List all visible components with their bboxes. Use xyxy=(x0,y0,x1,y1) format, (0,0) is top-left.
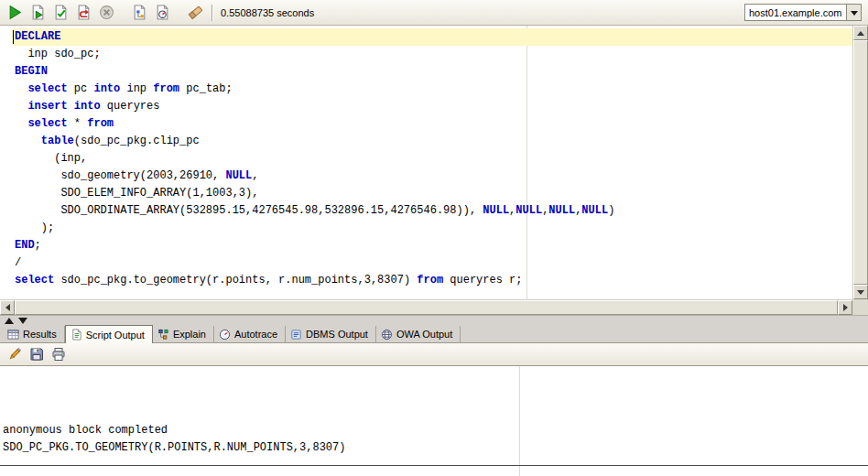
explain-plan-button[interactable] xyxy=(129,3,149,23)
code-line: select pc into inp from pc_tab; xyxy=(0,81,852,98)
sql-worksheet: DECLARE inp sdo_pc;BEGIN select pc into … xyxy=(0,26,868,315)
code-line: inp sdo_pc; xyxy=(0,46,852,63)
script-output-panel: anonymous block completedSDO_PC_PKG.TO_G… xyxy=(0,366,868,476)
scrollbar-corner xyxy=(852,299,868,315)
column-underline xyxy=(0,457,868,474)
run-icon xyxy=(7,5,23,20)
collapse-down-icon[interactable] xyxy=(18,318,27,324)
code-line-current: DECLARE xyxy=(12,28,852,46)
eraser-icon xyxy=(188,5,203,20)
save-output-button[interactable] xyxy=(27,345,46,364)
code-line: SDO_ELEM_INFO_ARRAY(1,1003,3), xyxy=(0,185,852,202)
autotrace-button[interactable] xyxy=(152,3,172,23)
code-line: SDO_ORDINATE_ARRAY(532895.15,4276545.98,… xyxy=(0,202,852,220)
tab-explain[interactable]: Explain xyxy=(153,326,214,342)
scroll-right-button[interactable] xyxy=(838,300,852,315)
print-output-button[interactable] xyxy=(49,345,68,364)
scroll-up-button[interactable] xyxy=(853,26,868,40)
run-script-button[interactable] xyxy=(27,3,48,23)
triangle-up-icon xyxy=(857,27,864,36)
tab-autotrace[interactable]: Autotrace xyxy=(214,326,286,342)
code-line: insert into queryres xyxy=(0,98,852,115)
connection-select[interactable]: host01.example.com xyxy=(744,4,862,21)
tab-dbms-output[interactable]: DBMS Output xyxy=(286,326,376,342)
output-line: anonymous block completed xyxy=(0,422,868,439)
execution-timer: 0.55088735 seconds xyxy=(221,7,314,18)
run-script-icon xyxy=(30,5,46,20)
code-line: select sdo_pc_pkg.to_geometry(r.points, … xyxy=(0,272,852,289)
output-lines: anonymous block completedSDO_PC_PKG.TO_G… xyxy=(0,422,868,476)
code-lines: DECLARE inp sdo_pc;BEGIN select pc into … xyxy=(0,26,852,289)
code-editor[interactable]: DECLARE inp sdo_pc;BEGIN select pc into … xyxy=(0,26,852,299)
save-icon xyxy=(29,347,44,362)
pencil-icon xyxy=(7,347,22,362)
output-toolbar-buttons xyxy=(5,345,68,364)
pane-splitter[interactable] xyxy=(0,315,868,325)
code-line: ); xyxy=(0,220,852,237)
cancel-button[interactable] xyxy=(96,3,116,23)
text-caret xyxy=(13,30,14,44)
script-output-icon xyxy=(71,329,82,341)
output-tabs: ResultsScript OutputExplainAutotraceDBMS… xyxy=(0,325,868,343)
commit-button[interactable] xyxy=(50,3,71,23)
collapse-up-icon[interactable] xyxy=(5,318,14,324)
toolbar-separator xyxy=(212,5,212,21)
output-toolbar xyxy=(0,343,868,366)
clear-button[interactable] xyxy=(185,3,205,23)
autotrace-tab-icon xyxy=(219,329,231,341)
run-statement-button[interactable] xyxy=(5,3,25,23)
tab-label: DBMS Output xyxy=(306,329,368,340)
autotrace-icon xyxy=(155,5,170,20)
owa-output-icon xyxy=(381,329,393,341)
tab-label: Results xyxy=(23,329,57,340)
triangle-left-icon xyxy=(2,304,10,311)
code-line: END; xyxy=(0,237,852,254)
horizontal-scrollbar-thumb[interactable] xyxy=(15,300,838,315)
code-line: BEGIN xyxy=(0,63,852,81)
scroll-left-button[interactable] xyxy=(0,300,15,315)
tab-label: Script Output xyxy=(86,330,145,341)
explain-icon xyxy=(157,329,169,341)
vertical-scrollbar-thumb[interactable] xyxy=(853,40,868,285)
tab-results[interactable]: Results xyxy=(3,326,65,342)
rollback-icon xyxy=(76,5,92,20)
chevron-down-icon[interactable] xyxy=(846,5,861,20)
explain-plan-icon xyxy=(132,5,147,20)
code-line: table(sdo_pc_pkg.clip_pc xyxy=(0,133,852,150)
tab-label: Explain xyxy=(173,329,206,340)
tab-label: Autotrace xyxy=(234,329,277,340)
scroll-down-button[interactable] xyxy=(853,285,868,299)
code-line: (inp, xyxy=(0,150,852,168)
clear-output-button[interactable] xyxy=(5,345,24,364)
cancel-icon xyxy=(99,5,114,20)
tab-owa-output[interactable]: OWA Output xyxy=(376,326,461,342)
code-line: sdo_geometry(2003,26910, NULL, xyxy=(0,168,852,185)
tab-label: OWA Output xyxy=(396,329,452,340)
triangle-right-icon xyxy=(843,304,852,311)
triangle-down-icon xyxy=(857,290,864,298)
main-toolbar: 0.55088735 seconds host01.example.com xyxy=(0,0,868,26)
code-line: / xyxy=(0,254,852,272)
results-icon xyxy=(7,329,19,341)
commit-icon xyxy=(53,5,69,20)
editor-horizontal-scrollbar[interactable] xyxy=(0,299,852,315)
editor-vertical-scrollbar[interactable] xyxy=(852,26,868,299)
connection-value: host01.example.com xyxy=(745,7,846,18)
output-line: SDO_PC_PKG.TO_GEOMETRY(R.POINTS,R.NUM_PO… xyxy=(0,439,868,457)
code-line: select * from xyxy=(0,115,852,133)
main-toolbar-buttons xyxy=(5,3,205,23)
rollback-button[interactable] xyxy=(73,3,93,23)
print-icon xyxy=(51,347,66,362)
dbms-output-icon xyxy=(290,329,302,341)
tab-script-output[interactable]: Script Output xyxy=(65,325,153,343)
